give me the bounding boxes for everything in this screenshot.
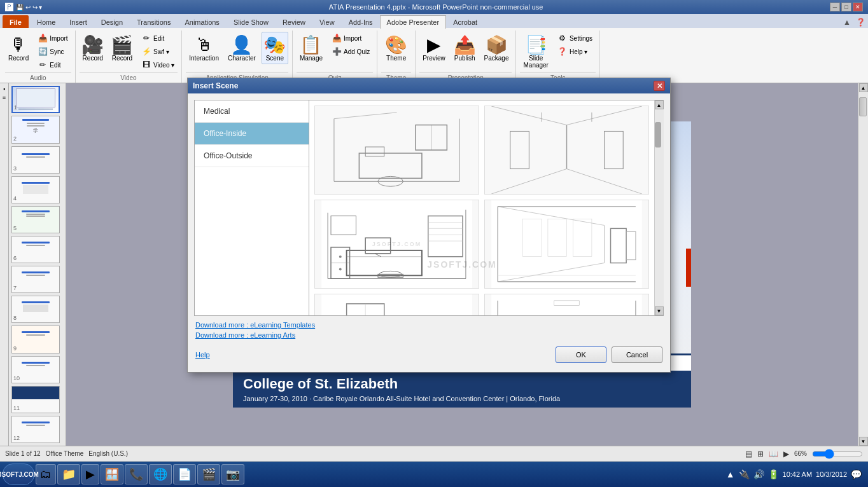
taskbar-acrobat-btn[interactable]: 📄 xyxy=(173,464,196,484)
zoom-slider[interactable] xyxy=(812,449,863,459)
tab-design[interactable]: Design xyxy=(94,15,130,28)
ribbon-expand-btn[interactable]: ▲ xyxy=(841,17,853,28)
preview-img-5[interactable] xyxy=(314,294,479,315)
dialog-cancel-btn[interactable]: Cancel xyxy=(612,346,662,363)
tab-home[interactable]: Home xyxy=(30,15,62,28)
view-slideshow-btn[interactable]: ▶ xyxy=(783,449,789,458)
tab-view[interactable]: View xyxy=(312,15,342,28)
dlg-scroll-track[interactable] xyxy=(655,109,664,306)
taskbar-skype-btn[interactable]: 📞 xyxy=(125,464,148,484)
video-dropdown-btn[interactable]: 🎞 Video ▾ xyxy=(138,58,178,71)
start-button[interactable]: JSOFTJ.COM xyxy=(3,463,34,485)
interaction-btn[interactable]: 🖱 Interaction xyxy=(186,32,222,64)
theme-btn[interactable]: 🎨 Theme xyxy=(383,32,410,64)
slide-thumb-2[interactable]: 学 2 xyxy=(11,116,60,143)
taskbar-chrome-btn[interactable]: 🌐 xyxy=(149,464,172,484)
taskbar-ppt-btn[interactable]: 🎬 xyxy=(197,464,220,484)
preview-img-6[interactable] xyxy=(484,294,649,315)
audio-import-btn[interactable]: 📥 Import xyxy=(34,32,71,45)
tab-adobe-presenter[interactable]: Adobe Presenter xyxy=(380,15,447,29)
dialog-help-link[interactable]: Help xyxy=(195,351,210,359)
taskbar-explorer-btn[interactable]: 📁 xyxy=(57,464,80,484)
video-edit-btn[interactable]: ✏ Edit xyxy=(138,32,178,45)
minimize-btn[interactable]: ─ xyxy=(830,3,840,11)
publish-btn[interactable]: 📤 Publish xyxy=(451,32,479,64)
tab-insert[interactable]: Insert xyxy=(62,15,94,28)
video-record-btn[interactable]: 🎥 Record xyxy=(80,32,106,64)
slide-manager-btn[interactable]: 📑 SlideManager xyxy=(520,32,551,71)
tray-battery-icon[interactable]: 🔋 xyxy=(768,469,779,479)
slide-thumb-11[interactable]: 11 xyxy=(11,386,60,413)
tab-slideshow[interactable]: Slide Show xyxy=(227,15,276,28)
view-normal-btn[interactable]: ▤ xyxy=(745,449,752,458)
slide-thumb-5[interactable]: 5 xyxy=(11,206,60,233)
window-controls[interactable]: ─ □ ✕ xyxy=(830,3,863,11)
swf-btn[interactable]: ⚡ Swf ▾ xyxy=(138,45,178,58)
slide-thumb-7[interactable]: 7 xyxy=(11,266,60,293)
taskbar-cam-btn[interactable]: 📷 xyxy=(221,464,244,484)
audio-record-btn[interactable]: 🎙 Record xyxy=(5,32,32,64)
audio-edit-btn[interactable]: ✏ Edit xyxy=(34,58,71,71)
slide-thumb-9[interactable]: 9 xyxy=(11,326,60,353)
video-record2-btn[interactable]: 🎬 Record xyxy=(109,32,136,64)
preview-btn[interactable]: ▶ Preview xyxy=(419,32,449,64)
view-slide-sorter-btn[interactable]: ⊞ xyxy=(757,449,764,458)
preview-img-4[interactable] xyxy=(484,200,649,289)
help-dropdown-btn[interactable]: ❓ Help ▾ xyxy=(554,45,596,58)
slide-thumb-4[interactable]: 4 xyxy=(11,176,60,203)
manage-btn[interactable]: 📋 Manage xyxy=(297,32,326,64)
settings-btn[interactable]: ⚙ Settings xyxy=(554,32,596,45)
preview-img-3[interactable]: JSOFTJ.COM xyxy=(314,200,479,289)
scroll-track[interactable] xyxy=(859,92,868,437)
taskbar-media-btn[interactable]: ▶ xyxy=(81,464,99,484)
add-quiz-btn[interactable]: ➕ Add Quiz xyxy=(328,45,373,58)
elearning-templates-link[interactable]: Download more : eLearning Templates xyxy=(195,321,662,329)
preview-img-2[interactable] xyxy=(484,106,649,195)
taskbar-winamp-btn[interactable]: 🪟 xyxy=(101,464,123,484)
tab-acrobat[interactable]: Acrobat xyxy=(446,15,484,28)
slide-thumb-1[interactable]: 1 xyxy=(11,86,60,113)
dlg-scroll-down[interactable]: ▼ xyxy=(655,306,664,315)
scene-item-office-inside[interactable]: Office-Inside xyxy=(195,123,309,145)
slide-thumb-6[interactable]: 6 xyxy=(11,236,60,263)
tab-file[interactable]: File xyxy=(3,15,29,28)
scene-item-office-outside[interactable]: Office-Outside xyxy=(195,145,309,167)
elearning-arts-link[interactable]: Download more : eLearning Arts xyxy=(195,331,662,339)
dialog-title-bar[interactable]: Insert Scene ✕ xyxy=(188,78,670,93)
scene-btn[interactable]: 🎭 Scene xyxy=(262,32,288,64)
tray-network-icon[interactable]: 🔌 xyxy=(739,469,750,479)
tab-addins[interactable]: Add-Ins xyxy=(342,15,380,28)
scroll-up-btn[interactable]: ▲ xyxy=(859,83,868,92)
panel-toggle-btn[interactable]: ▪ xyxy=(3,86,5,92)
tab-review[interactable]: Review xyxy=(276,15,312,28)
slide-thumb-10[interactable]: 10 xyxy=(11,356,60,383)
scroll-thumb[interactable] xyxy=(859,97,867,116)
audio-sync-btn[interactable]: 🔄 Sync xyxy=(34,45,71,58)
dialog-ok-btn[interactable]: OK xyxy=(556,346,606,363)
tab-transitions[interactable]: Transitions xyxy=(130,15,178,28)
tray-volume-icon[interactable]: 🔊 xyxy=(753,469,764,479)
close-btn[interactable]: ✕ xyxy=(853,3,863,11)
tab-animations[interactable]: Animations xyxy=(178,15,226,28)
character-btn[interactable]: 👤 Character xyxy=(225,32,259,64)
dlg-scroll-up[interactable]: ▲ xyxy=(655,100,664,109)
tray-arrow-icon[interactable]: ▲ xyxy=(726,469,735,479)
dlg-scroll-thumb[interactable] xyxy=(655,122,661,147)
help-btn[interactable]: ❓ xyxy=(853,17,868,28)
slide-thumb-12[interactable]: 12 xyxy=(11,416,60,443)
tray-notif-icon[interactable]: 💬 xyxy=(851,469,862,479)
panel-toggle-btn2[interactable]: ≡ xyxy=(3,95,6,101)
scroll-down-btn[interactable]: ▼ xyxy=(859,437,868,446)
slide-thumb-3[interactable]: 3 xyxy=(11,146,60,174)
slide-thumb-8[interactable]: 8 xyxy=(11,296,60,323)
dialog-close-btn[interactable]: ✕ xyxy=(654,81,665,91)
taskbar-folder-btn[interactable]: 🗂 xyxy=(36,464,56,484)
right-scrollbar[interactable]: ▲ ▼ xyxy=(858,83,868,446)
preview-img-1[interactable] xyxy=(314,106,479,195)
maximize-btn[interactable]: □ xyxy=(841,3,851,11)
quiz-import-btn[interactable]: 📥 Import xyxy=(328,32,373,45)
dialog-preview-scrollbar[interactable]: ▲ ▼ xyxy=(654,100,663,315)
package-btn[interactable]: 📦 Package xyxy=(481,32,512,64)
scene-item-medical[interactable]: Medical xyxy=(195,100,309,123)
view-reading-btn[interactable]: 📖 xyxy=(769,449,778,458)
